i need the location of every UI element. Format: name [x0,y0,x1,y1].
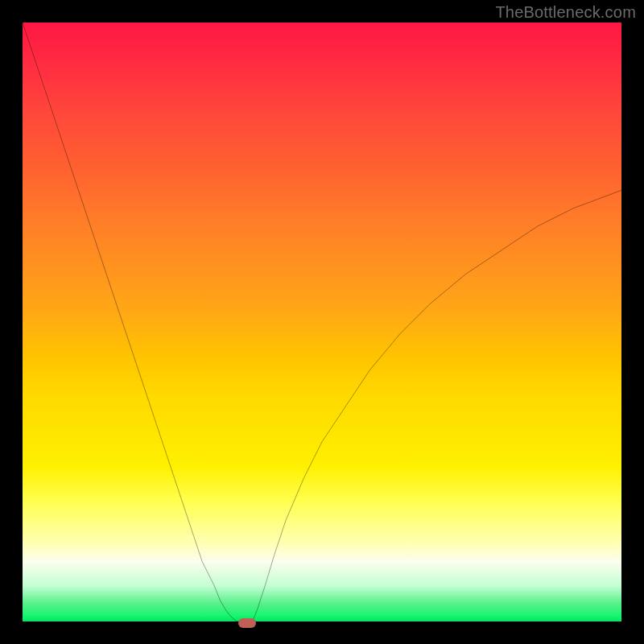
bottleneck-curve [23,23,621,621]
plot-area [23,23,621,621]
watermark: TheBottleneck.com [495,3,636,22]
optimum-marker [238,618,256,628]
chart-frame: TheBottleneck.com [0,0,644,644]
